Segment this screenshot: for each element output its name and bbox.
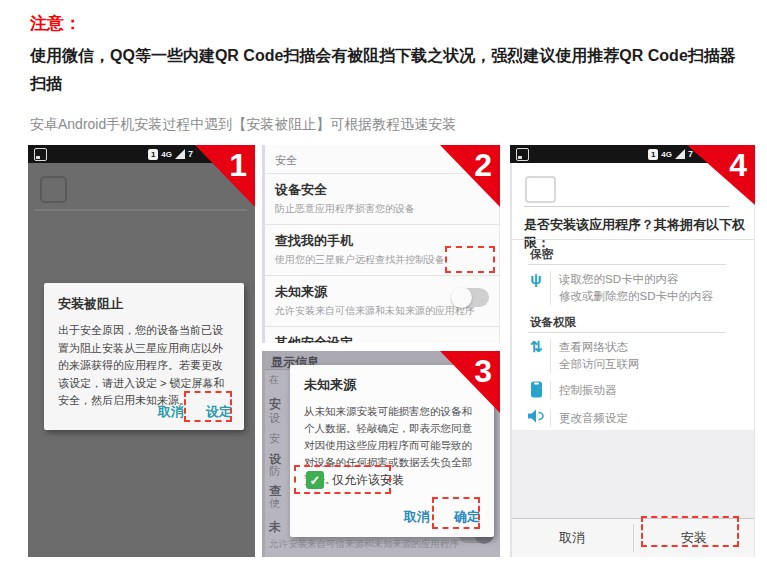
notice-label: 注意： <box>30 12 81 35</box>
permission-row: ⇅ 查看网络状态 全部访问互联网 <box>524 339 640 373</box>
cancel-button[interactable]: 取消 <box>404 508 430 526</box>
list-item-other-security[interactable]: 其他安全设定 更改安全更新和证书存储等其他安全设定 <box>262 326 500 343</box>
usb-icon: ψ <box>524 271 548 287</box>
section-device-permissions: 设备权限 <box>530 315 576 330</box>
step-number: 2 <box>474 147 492 184</box>
annotation-settings-button <box>184 391 232 422</box>
signal-icon <box>175 149 185 159</box>
dimmed-text: 使 <box>269 496 280 511</box>
network-arrows-icon: ⇅ <box>524 339 548 355</box>
step-number: 1 <box>229 147 247 184</box>
signal-icon <box>675 149 685 159</box>
item-title: 设备安全 <box>275 181 488 199</box>
step3-screenshot: 显示信息 在 安 设 安 设 防 查 使 未 允许安装来自可信来源和未知来源的应… <box>262 351 500 557</box>
permission-line: 查看网络状态 <box>559 339 640 356</box>
tutorial-page: 注意： 使用微信，QQ等一些内建QR Code扫描会有被阻挡下载之状况，强烈建议… <box>0 0 767 570</box>
battery-level: 7 <box>188 149 193 159</box>
divider <box>524 206 729 207</box>
permission-line: 全部访问互联网 <box>559 356 640 373</box>
app-icon-placeholder <box>40 176 67 203</box>
dialog-title: 安装被阻止 <box>58 295 230 313</box>
item-title: 其他安全设定 <box>275 334 488 343</box>
permission-row: ψ 读取您的SD卡中的内容 修改或删除您的SD卡中的内容 <box>524 271 713 305</box>
list-item-unknown-sources[interactable]: 未知来源 允许安装来自可信来源和未知来源的应用程序 <box>262 275 500 326</box>
section-privacy: 保密 <box>530 247 553 262</box>
divider <box>528 332 726 333</box>
dimmed-text: 在 <box>269 373 279 387</box>
permission-row: 更改音频设定 <box>524 409 628 427</box>
annotation-checkbox <box>294 465 391 494</box>
dimmed-text: 允许安装来自可信来源和未知来源的应用程序 <box>269 538 469 551</box>
divider <box>512 239 754 240</box>
dimmed-text: 防 <box>269 464 280 479</box>
dimmed-text: 安 <box>269 431 280 446</box>
step1-screenshot: 1 4G 7 安装被阻止 出于安全原因，您的设备当前已设置为阻止安装从三星应用商… <box>28 145 255 557</box>
dialog-title: 未知来源 <box>304 376 480 394</box>
install-question: 是否安装该应用程序？其将拥有以下权限： <box>524 216 746 252</box>
divider <box>528 264 726 265</box>
permission-line: 控制振动器 <box>559 382 617 399</box>
permission-line: 更改音频设定 <box>559 410 628 427</box>
permission-row: 控制振动器 <box>524 381 617 399</box>
audio-icon <box>524 409 548 423</box>
step-number: 3 <box>474 353 492 390</box>
divider <box>35 209 247 211</box>
annotation-toggle <box>445 246 495 273</box>
page-subtitle: 安卓Android手机安装过程中遇到【安装被阻止】可根据教程迅速安装 <box>30 116 745 134</box>
dimmed-text: 未 <box>269 519 281 536</box>
annotation-install-button <box>641 516 739 547</box>
list-item-device-security[interactable]: 设备安全 防止恶意应用程序损害您的设备 <box>262 173 500 224</box>
battery-level: 7 <box>688 149 693 159</box>
item-subtitle: 防止恶意应用程序损害您的设备 <box>275 202 488 216</box>
network-4g-icon: 4G <box>661 150 672 159</box>
cancel-button[interactable]: 取消 <box>512 519 633 557</box>
sim-badge: 1 <box>648 149 658 160</box>
permission-line: 修改或删除您的SD卡中的内容 <box>559 288 713 305</box>
step2-screenshot: 安全 设备安全 防止恶意应用程序损害您的设备 查找我的手机 使用您的三星账户远程… <box>262 145 500 343</box>
cancel-button[interactable]: 取消 <box>158 403 184 421</box>
dimmed-text: 设 <box>269 411 280 426</box>
unknown-sources-toggle[interactable] <box>453 288 489 307</box>
sd-card-icon <box>516 148 529 161</box>
step4-screenshot: 1 4G 7 是否安装该应用程序？其将拥有以下权限： 保密 ψ 读取您的SD卡中… <box>510 145 755 557</box>
sim-badge: 1 <box>148 149 158 160</box>
annotation-confirm-button <box>432 497 480 529</box>
notice-body: 使用微信，QQ等一些内建QR Code扫描会有被阻挡下载之状况，强烈建议使用推荐… <box>30 42 745 98</box>
sd-card-icon <box>34 148 47 161</box>
app-icon-placeholder <box>525 176 556 203</box>
permission-line: 读取您的SD卡中的内容 <box>559 271 713 288</box>
step-number: 4 <box>729 147 747 184</box>
network-4g-icon: 4G <box>161 150 172 159</box>
vibration-icon <box>524 381 548 398</box>
